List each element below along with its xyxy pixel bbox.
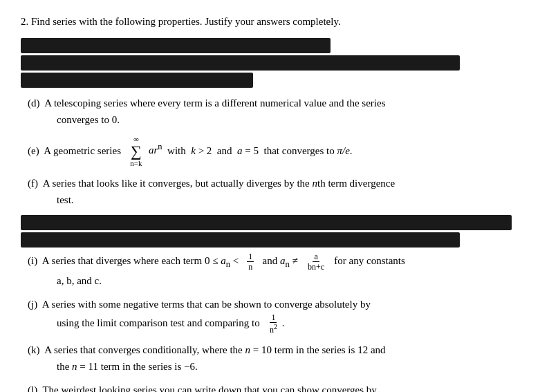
part-k-label: (k) [28, 344, 42, 355]
part-k-line2: the n = 11 term in the series is −6. [28, 358, 537, 375]
sigma-notation: ∞ ∑ n=k [130, 135, 142, 168]
problem-text: Find series with the following propertie… [31, 16, 341, 27]
frac-a-num: a [313, 252, 319, 262]
part-j: (j) A series with some negative terms th… [21, 296, 537, 335]
part-i-text3: for any constants [334, 255, 404, 266]
part-f-text1: A series that looks like it converges, b… [43, 178, 395, 189]
part-k-text1: A series that converges conditionally, w… [44, 344, 385, 355]
part-d-text2: converges to 0. [28, 111, 537, 128]
part-l: (l) The weirdest looking series you can … [21, 382, 537, 392]
part-j-label: (j) [28, 299, 40, 310]
part-d-text1: A telescoping series where every term is… [44, 97, 385, 109]
redacted-bar-1 [21, 38, 331, 53]
problem-number: 2. [21, 16, 28, 27]
part-i-text1: A series that diverges where each term 0… [42, 255, 239, 266]
part-e-text3: and [217, 144, 232, 156]
part-l-label: (l) [28, 384, 40, 392]
redacted-bar-2 [21, 55, 460, 71]
part-j-period: . [282, 317, 285, 328]
part-d: (d) A telescoping series where every ter… [21, 95, 537, 128]
part-e-label: (e) [28, 144, 41, 156]
redacted-bar-3 [21, 73, 253, 88]
condition-a: a [237, 144, 243, 156]
redacted-top [21, 38, 537, 88]
part-f-text2: test. [28, 192, 537, 208]
part-e-text1: A geometric series [44, 144, 121, 156]
sigma-symbol: ∑ [131, 144, 142, 159]
sigma-bottom: n=k [130, 159, 142, 168]
part-i-text4: a, b, and c. [28, 272, 537, 289]
condition-k: k [191, 144, 196, 156]
frac-1n2-num: 1 [270, 312, 277, 323]
series-term: arn [146, 144, 165, 156]
part-f-label: (f) [28, 178, 41, 189]
part-j-line2: using the limit comparison test and comp… [28, 312, 537, 335]
part-i: (i) A series that diverges where each te… [21, 252, 537, 289]
part-e-text2: with [167, 144, 186, 156]
part-i-text2: and an ≠ [263, 255, 298, 266]
redacted-bar-4 [21, 215, 512, 230]
frac-1n2-den: n2 [268, 323, 279, 335]
fraction-1n2: 1 n2 [268, 312, 279, 335]
part-k: (k) A series that converges conditionall… [21, 342, 537, 375]
fraction-1n: 1 n [247, 252, 254, 272]
part-e: (e) A geometric series ∞ ∑ n=k arn with … [21, 135, 537, 168]
part-e-text4: that converges to π/e. [264, 144, 353, 156]
part-l-text1: The weirdest looking series you can writ… [42, 384, 376, 392]
problem-header: 2. Find series with the following proper… [21, 14, 537, 30]
redacted-bar-5 [21, 232, 460, 248]
part-f: (f) A series that looks like it converge… [21, 175, 537, 208]
frac-a-den: bn+c [306, 262, 326, 272]
redacted-middle [21, 215, 537, 248]
frac-1n-den: n [247, 262, 254, 272]
part-j-text1: A series with some negative terms that c… [42, 299, 371, 310]
part-j-text2: using the limit comparison test and comp… [57, 317, 260, 328]
part-i-label: (i) [28, 255, 40, 266]
fraction-a-bnc: a bn+c [306, 252, 326, 272]
part-d-label: (d) [28, 97, 42, 109]
frac-1n-num: 1 [247, 252, 254, 262]
